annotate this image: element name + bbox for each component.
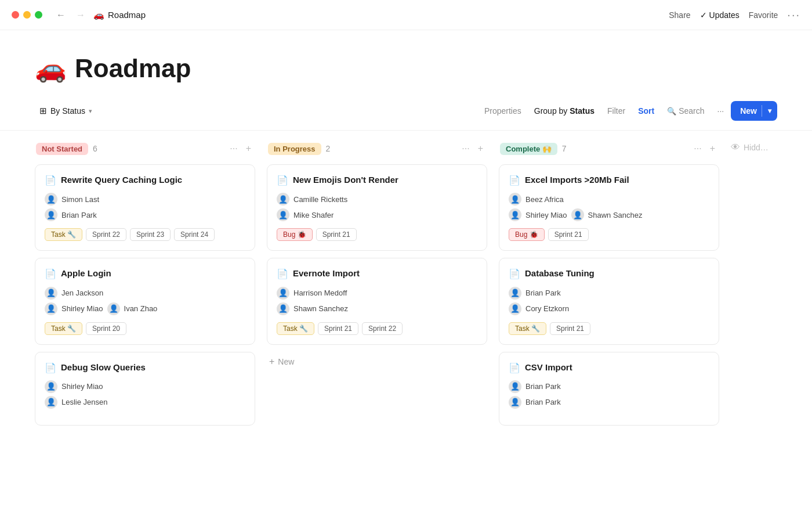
task-card[interactable]: 📄New Emojis Don't Render👤Camille Rickett… bbox=[267, 164, 487, 251]
card-title: Debug Slow Queries bbox=[61, 362, 146, 373]
card-title: Rewrite Query Caching Logic bbox=[61, 174, 182, 186]
person-row: 👤Mike Shafer bbox=[277, 208, 477, 221]
toolbar: ⊞ By Status ▾ Properties Group by Status… bbox=[0, 95, 812, 131]
maximize-button[interactable] bbox=[35, 11, 42, 19]
card-tags: Task 🔧Sprint 21Sprint 22 bbox=[277, 322, 477, 335]
task-card[interactable]: 📄Rewrite Query Caching Logic👤Simon Last👤… bbox=[35, 164, 255, 251]
avatar: 👤 bbox=[277, 287, 289, 300]
card-people: 👤Shirley Miao👤Leslie Jensen bbox=[45, 380, 245, 409]
card-title: CSV Import bbox=[525, 362, 572, 373]
person-row: 👤Camille Ricketts bbox=[277, 193, 477, 206]
sprint-tag: Sprint 22 bbox=[362, 322, 403, 335]
task-card[interactable]: 📄Excel Imports >20Mb Fail👤Beez Africa👤Sh… bbox=[499, 164, 719, 251]
avatar: 👤 bbox=[45, 287, 57, 300]
new-btn-chevron-icon[interactable]: ▾ bbox=[762, 107, 777, 115]
tag: Task 🔧 bbox=[277, 322, 314, 335]
card-title-row: 📄Evernote Import bbox=[277, 268, 477, 279]
back-button[interactable]: ← bbox=[54, 9, 68, 21]
person-row: 👤Cory Etzkorn bbox=[509, 302, 709, 315]
page-breadcrumb: 🚗 Roadmap bbox=[93, 10, 146, 20]
person-name: Brian Park bbox=[61, 211, 97, 219]
sort-button[interactable]: Sort bbox=[632, 103, 660, 118]
document-icon: 📄 bbox=[45, 175, 56, 186]
view-selector-button[interactable]: ⊞ By Status ▾ bbox=[35, 103, 97, 119]
person-name: Shawn Sanchez bbox=[588, 211, 643, 219]
column-count: 6 bbox=[93, 144, 97, 153]
properties-button[interactable]: Properties bbox=[478, 103, 527, 118]
person-multi-row: 👤Shirley Miao👤Shawn Sanchez bbox=[509, 208, 709, 221]
page-header: 🚗 Roadmap bbox=[0, 30, 812, 95]
status-badge: In Progress bbox=[268, 143, 321, 155]
person-row: 👤Harrison Medoff bbox=[277, 287, 477, 300]
avatar: 👤 bbox=[277, 193, 289, 206]
updates-button[interactable]: ✓ Updates bbox=[700, 10, 740, 20]
person-name: Shirley Miao bbox=[61, 382, 103, 391]
sprint-tag: Sprint 21 bbox=[318, 322, 358, 335]
column-hidden: 👁Hidd… bbox=[731, 142, 789, 153]
avatar: 👤 bbox=[509, 380, 521, 393]
view-label: By Status bbox=[50, 106, 85, 116]
sprint-tag: Sprint 23 bbox=[130, 228, 171, 241]
forward-button[interactable]: → bbox=[74, 9, 88, 21]
group-by-button[interactable]: Group by Status bbox=[528, 103, 600, 118]
card-people: 👤Harrison Medoff👤Shawn Sanchez bbox=[277, 287, 477, 315]
person-name: Jen Jackson bbox=[61, 289, 103, 297]
sprint-tag: Sprint 21 bbox=[548, 228, 589, 241]
person-name: Shirley Miao bbox=[61, 304, 103, 313]
titlebar: ← → 🚗 Roadmap Share ✓ Updates Favorite ·… bbox=[0, 0, 812, 30]
filter-button[interactable]: Filter bbox=[601, 103, 631, 118]
task-card[interactable]: 📄Database Tuning👤Brian Park👤Cory Etzkorn… bbox=[499, 258, 719, 344]
document-icon: 📄 bbox=[45, 268, 56, 279]
avatar: 👤 bbox=[45, 396, 57, 409]
document-icon: 📄 bbox=[509, 175, 520, 186]
column-more-button[interactable]: ··· bbox=[691, 142, 704, 155]
task-card[interactable]: 📄Debug Slow Queries👤Shirley Miao👤Leslie … bbox=[35, 352, 255, 426]
person-row: 👤Leslie Jensen bbox=[45, 396, 245, 409]
column-add-button[interactable]: + bbox=[475, 142, 486, 155]
column-more-button[interactable]: ··· bbox=[459, 142, 472, 155]
card-title-row: 📄Rewrite Query Caching Logic bbox=[45, 174, 245, 186]
card-people: 👤Simon Last👤Brian Park bbox=[45, 193, 245, 221]
column-header-in-progress: In Progress2···+ bbox=[267, 142, 487, 155]
more-options-button[interactable]: ··· bbox=[787, 8, 800, 21]
card-people: 👤Camille Ricketts👤Mike Shafer bbox=[277, 193, 477, 221]
person-row: 👤Brian Park bbox=[509, 396, 709, 409]
column-more-button[interactable]: ··· bbox=[227, 142, 240, 155]
column-not-started: Not Started6···+📄Rewrite Query Caching L… bbox=[35, 142, 255, 433]
new-button[interactable]: New ▾ bbox=[731, 101, 777, 121]
toolbar-left: ⊞ By Status ▾ bbox=[35, 103, 97, 119]
task-card[interactable]: 📄Apple Login👤Jen Jackson👤Shirley Miao👤Iv… bbox=[35, 258, 255, 344]
tag: Bug 🐞 bbox=[509, 228, 545, 241]
toolbar-right: Properties Group by Status Filter Sort 🔍… bbox=[478, 101, 777, 121]
person-name: Brian Park bbox=[525, 382, 561, 391]
avatar: 👤 bbox=[45, 380, 57, 393]
card-people: 👤Beez Africa👤Shirley Miao👤Shawn Sanchez bbox=[509, 193, 709, 221]
close-button[interactable] bbox=[12, 11, 19, 19]
avatar: 👤 bbox=[571, 208, 584, 221]
column-add-button[interactable]: + bbox=[243, 142, 254, 155]
search-button[interactable]: 🔍 Search bbox=[661, 103, 710, 118]
check-icon: ✓ bbox=[700, 10, 707, 20]
task-card[interactable]: 📄CSV Import👤Brian Park👤Brian Park bbox=[499, 352, 719, 426]
share-button[interactable]: Share bbox=[669, 10, 690, 20]
new-card-button[interactable]: +New bbox=[267, 352, 487, 372]
favorite-button[interactable]: Favorite bbox=[749, 10, 778, 20]
card-title-row: 📄CSV Import bbox=[509, 362, 709, 373]
column-add-button[interactable]: + bbox=[707, 142, 718, 155]
avatar: 👤 bbox=[45, 208, 57, 221]
sprint-tag: Sprint 22 bbox=[86, 228, 126, 241]
person-name: Brian Park bbox=[525, 289, 561, 297]
card-title-row: 📄New Emojis Don't Render bbox=[277, 174, 477, 186]
card-title: Apple Login bbox=[61, 268, 111, 279]
card-title-row: 📄Apple Login bbox=[45, 268, 245, 279]
person-name: Camille Ricketts bbox=[293, 195, 347, 204]
task-card[interactable]: 📄Evernote Import👤Harrison Medoff👤Shawn S… bbox=[267, 258, 487, 344]
document-icon: 📄 bbox=[277, 175, 288, 186]
card-title: Excel Imports >20Mb Fail bbox=[525, 174, 629, 186]
minimize-button[interactable] bbox=[23, 11, 31, 19]
column-actions: ···+ bbox=[691, 142, 718, 155]
hidden-label: 👁Hidd… bbox=[731, 142, 789, 153]
more-toolbar-button[interactable]: ··· bbox=[712, 103, 730, 118]
page-title-text: Roadmap bbox=[75, 54, 191, 83]
avatar: 👤 bbox=[509, 193, 521, 206]
